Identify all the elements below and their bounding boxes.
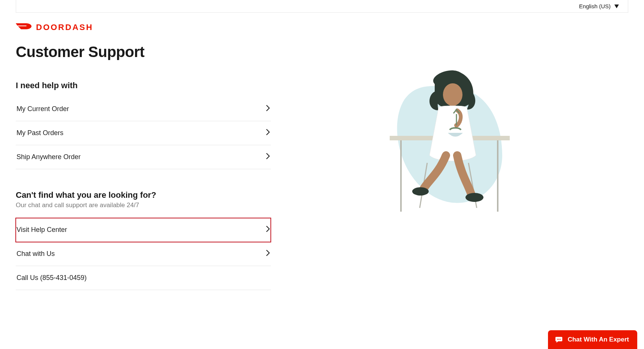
support-illustration [382,69,517,219]
page-title: Customer Support [16,44,271,60]
option-label: Ship Anywhere Order [17,153,81,161]
chevron-right-icon [266,129,270,137]
dropdown-icon [614,3,619,9]
support-option-call[interactable]: Call Us (855-431-0459) [16,266,271,290]
option-label: Call Us (855-431-0459) [17,274,87,282]
option-label: Visit Help Center [17,226,67,234]
top-bar: English (US) [16,0,628,13]
help-option-ship-anywhere[interactable]: Ship Anywhere Order [16,145,271,169]
svg-point-10 [412,187,429,196]
help-option-past-orders[interactable]: My Past Orders [16,121,271,145]
option-label: My Current Order [17,105,69,113]
chevron-right-icon [266,250,270,258]
language-selector[interactable]: English (US) [579,3,619,9]
svg-point-13 [558,339,560,340]
chevron-right-icon [266,105,270,113]
svg-point-12 [557,339,558,340]
support-option-chat[interactable]: Chat with Us [16,242,271,266]
doordash-icon [16,22,32,33]
left-column: Customer Support I need help with My Cur… [16,33,271,290]
svg-marker-0 [614,5,619,8]
svg-point-11 [465,193,483,202]
svg-point-14 [560,339,561,340]
chat-widget-label: Chat With An Expert [567,336,629,343]
support-option-help-center[interactable]: Visit Help Center [16,218,271,242]
right-column [271,33,628,219]
not-found-heading: Can't find what you are looking for? [16,190,271,200]
brand-name: DOORDASH [36,23,93,32]
help-heading: I need help with [16,81,271,90]
help-option-list: My Current Order My Past Orders Ship Any… [16,97,271,169]
support-option-list: Visit Help Center Chat with Us Call Us (… [16,218,271,290]
help-option-current-order[interactable]: My Current Order [16,97,271,121]
option-label: Chat with Us [17,250,55,258]
not-found-subtext: Our chat and call support are available … [16,202,271,209]
brand-logo[interactable]: DOORDASH [16,22,644,33]
language-label: English (US) [579,3,611,9]
svg-rect-2 [400,140,402,212]
svg-rect-3 [497,140,498,212]
option-label: My Past Orders [17,129,63,137]
chat-widget-button[interactable]: Chat With An Expert [548,330,637,349]
chevron-right-icon [266,226,270,234]
chevron-right-icon [266,153,270,161]
svg-point-6 [443,83,462,106]
page-body: Customer Support I need help with My Cur… [0,33,644,290]
chat-bubble-icon [555,335,563,344]
